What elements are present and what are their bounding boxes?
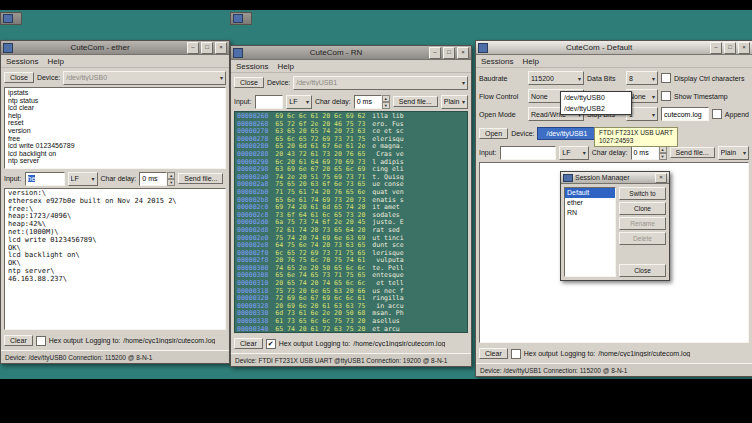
close-connection-button[interactable]: Close <box>234 77 264 88</box>
clear-button[interactable]: Clear <box>4 335 33 346</box>
bottom-row: Clear Hex output Logging to: /home/cyc1i… <box>1 331 229 350</box>
logging-label: Logging to: <box>561 350 596 357</box>
settings-row-1: Baudrate 115200 ▾ Data Bits 8 ▾ Display … <box>476 69 752 87</box>
window-cutecom-default: CuteCom - Default – □ × Sessions Help Ba… <box>475 40 752 377</box>
command-input[interactable]: he <box>25 172 65 186</box>
append-checkbox[interactable] <box>712 109 722 119</box>
menu-help[interactable]: Help <box>277 62 293 71</box>
device-tab-selected[interactable]: /dev/ttyUSB1 <box>537 127 596 140</box>
log-path[interactable]: /home/cyc1ingsir/cutecom.log <box>598 350 690 357</box>
hex-output-label: Hex output <box>279 340 313 347</box>
line-ending-combobox[interactable]: LF ▾ <box>286 95 312 109</box>
hex-output-label: Hex output <box>524 350 558 357</box>
minimize-icon[interactable]: – <box>429 47 441 59</box>
close-icon[interactable]: × <box>738 42 750 54</box>
show-timestamp-label: Show Timestamp <box>674 93 728 100</box>
spin-down-icon[interactable]: ▼ <box>167 179 175 186</box>
log-path[interactable]: /home/cyc1ingsir/cutecom.log <box>123 337 215 344</box>
hex-output-checkbox[interactable] <box>36 336 46 346</box>
rename-button[interactable]: Rename <box>619 217 666 230</box>
clear-button[interactable]: Clear <box>234 338 263 349</box>
device-label: Device: <box>267 79 290 86</box>
clear-button[interactable]: Clear <box>479 348 508 359</box>
delete-button[interactable]: Delete <box>619 232 666 245</box>
history-line[interactable]: ntp server <box>8 157 222 165</box>
command-history-list: ipstatsntp statuslcd clearhelpresetversi… <box>4 87 226 169</box>
history-line[interactable]: ipstats <box>8 89 222 97</box>
log-path[interactable]: /home/cyc1ingsir/cutecom.log <box>353 340 445 347</box>
device-combobox[interactable]: /dev/ttyUSB0 ▾ <box>63 71 226 85</box>
clone-button[interactable]: Clone <box>619 202 666 215</box>
char-delay-stepper[interactable]: 0 ms ▲ ▼ <box>139 172 175 186</box>
char-delay-stepper[interactable]: 0 ms ▲ ▼ <box>354 95 390 109</box>
titlebar[interactable]: CuteCom - ether – □ × <box>1 41 229 55</box>
device-combobox[interactable]: /dev/ttyUSB1 ▾ <box>293 76 468 90</box>
display-mode-combobox[interactable]: Plain ▾ <box>441 95 468 109</box>
input-label: Input: <box>479 149 497 156</box>
send-file-button[interactable]: Send file... <box>393 96 438 107</box>
logging-label: Logging to: <box>86 337 121 344</box>
menubar: Sessions Help <box>1 55 229 68</box>
char-delay-stepper[interactable]: 0 ms ▲ ▼ <box>631 146 667 160</box>
background-window-stub[interactable] <box>230 12 252 25</box>
titlebar[interactable]: CuteCom - RN – □ × <box>231 46 471 60</box>
line-ending-combobox[interactable]: LF ▾ <box>68 172 98 186</box>
menu-sessions[interactable]: Sessions <box>236 62 268 71</box>
close-icon[interactable]: × <box>457 47 469 59</box>
maximize-icon[interactable]: □ <box>201 42 213 54</box>
history-line[interactable]: ntp status <box>8 97 222 105</box>
dialog-titlebar[interactable]: Session Manager × <box>561 172 669 184</box>
terminal-output: version:\ethersex e927b0e built on Nov 2… <box>4 188 226 330</box>
background-window-stub[interactable] <box>0 12 22 25</box>
show-timestamp-checkbox[interactable] <box>661 91 671 101</box>
titlebar[interactable]: CuteCom - Default – □ × <box>476 41 752 55</box>
close-dialog-button[interactable]: Close <box>619 264 666 277</box>
status-bar: Device: /dev/ttyUSB0 Connection: 115200 … <box>1 350 229 363</box>
data-bits-combobox[interactable]: 8 ▾ <box>626 71 658 85</box>
check-icon: ✔ <box>268 340 274 347</box>
command-input[interactable] <box>255 95 284 109</box>
display-ctrl-label: Display Ctrl characters <box>674 75 744 82</box>
chevron-down-icon: ▾ <box>462 79 465 86</box>
baudrate-combobox[interactable]: 115200 ▾ <box>528 71 584 85</box>
session-item[interactable]: RN <box>565 208 615 218</box>
log-file-field[interactable]: cutecom.log <box>661 107 709 121</box>
device-option[interactable]: /dev/ttyUSB2 <box>561 103 631 114</box>
history-line[interactable]: reset <box>8 119 222 127</box>
session-item[interactable]: Default <box>565 188 615 198</box>
session-item[interactable]: ether <box>565 198 615 208</box>
line-ending-combobox[interactable]: LF ▾ <box>559 146 588 160</box>
send-file-button[interactable]: Send file... <box>670 147 715 158</box>
send-file-button[interactable]: Send file... <box>178 173 223 184</box>
spin-down-icon[interactable]: ▼ <box>382 102 390 109</box>
device-option[interactable]: /dev/ttyUSB0 <box>561 92 631 103</box>
command-input[interactable] <box>500 146 557 160</box>
minimize-icon[interactable]: – <box>187 42 199 54</box>
history-line[interactable]: lcd clear <box>8 104 222 112</box>
close-connection-button[interactable]: Close <box>4 72 34 83</box>
spin-up-icon[interactable]: ▲ <box>382 95 390 102</box>
menu-sessions[interactable]: Sessions <box>6 57 38 66</box>
hex-output-checkbox[interactable]: ✔ <box>266 339 276 349</box>
close-icon[interactable]: × <box>655 173 667 183</box>
spin-down-icon[interactable]: ▼ <box>659 153 667 160</box>
menu-help[interactable]: Help <box>522 57 538 66</box>
hex-output-checkbox[interactable] <box>511 349 521 359</box>
minimize-icon[interactable]: – <box>710 42 722 54</box>
close-icon[interactable]: × <box>215 42 227 54</box>
history-line[interactable]: version <box>8 127 222 135</box>
menu-help[interactable]: Help <box>47 57 63 66</box>
display-mode-combobox[interactable]: Plain ▾ <box>718 146 749 160</box>
history-line[interactable]: lcd backlight on <box>8 150 222 158</box>
display-ctrl-checkbox[interactable] <box>661 73 671 83</box>
menu-sessions[interactable]: Sessions <box>481 57 513 66</box>
history-line[interactable]: lcd write 0123456789 <box>8 142 222 150</box>
maximize-icon[interactable]: □ <box>724 42 736 54</box>
history-line[interactable]: free <box>8 135 222 143</box>
switch-to-button[interactable]: Switch to <box>619 187 666 200</box>
history-line[interactable]: help <box>8 112 222 120</box>
open-device-button[interactable]: Open <box>479 128 508 139</box>
spin-up-icon[interactable]: ▲ <box>167 172 175 179</box>
maximize-icon[interactable]: □ <box>443 47 455 59</box>
tooltip-line-2: 1027:24593 <box>599 137 673 145</box>
